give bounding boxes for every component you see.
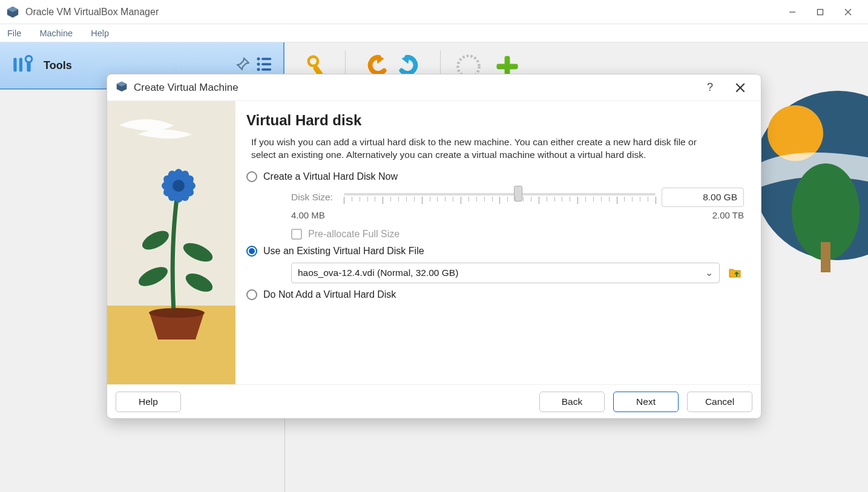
svg-point-12 (257, 63, 260, 66)
svg-point-31 (139, 227, 172, 254)
back-button[interactable]: Back (539, 392, 605, 412)
dialog-heading: Virtual Hard disk (246, 112, 744, 129)
create-vm-dialog: Create Virtual Machine ? (107, 74, 761, 419)
dialog-content: Virtual Hard disk If you wish you can ad… (235, 101, 761, 384)
svg-point-42 (149, 308, 205, 318)
disk-max: 2.00 TB (712, 210, 744, 220)
pin-icon[interactable] (235, 56, 251, 74)
menu-machine[interactable]: Machine (36, 27, 76, 39)
radio-label: Create a Virtual Hard Disk Now (263, 171, 398, 182)
svg-point-16 (309, 57, 318, 66)
radio-use-existing[interactable]: Use an Existing Virtual Hard Disk File (246, 246, 744, 257)
menu-help[interactable]: Help (87, 27, 113, 39)
svg-point-34 (183, 270, 215, 296)
menu-file[interactable]: File (4, 27, 25, 39)
svg-point-32 (180, 239, 215, 265)
svg-rect-11 (261, 57, 271, 60)
minimize-button[interactable] (778, 2, 806, 22)
svg-rect-9 (27, 62, 30, 72)
svg-point-10 (257, 57, 260, 61)
disk-size-value[interactable] (662, 188, 744, 207)
tools-label: Tools (44, 59, 72, 72)
dialog-footer: Help Back Next Cancel (107, 384, 761, 418)
app-icon (6, 5, 19, 19)
svg-rect-15 (261, 68, 271, 71)
list-icon[interactable] (255, 55, 274, 76)
radio-icon (246, 289, 257, 300)
existing-file-value: haos_ova-12.4.vdi (Normal, 32.00 GB) (298, 267, 458, 278)
svg-rect-7 (19, 58, 22, 72)
dialog-title: Create Virtual Machine (134, 82, 238, 94)
help-button[interactable]: Help (116, 392, 181, 412)
svg-point-8 (25, 56, 32, 62)
window-title: Oracle VM VirtualBox Manager (25, 7, 159, 18)
dialog-description: If you wish you can add a virtual hard d… (251, 136, 711, 162)
checkbox-icon (291, 229, 302, 240)
svg-point-33 (136, 263, 170, 290)
dialog-titlebar: Create Virtual Machine ? (107, 74, 761, 101)
svg-rect-3 (818, 9, 823, 15)
tools-icon (10, 51, 35, 79)
svg-rect-26 (821, 242, 830, 272)
menubar: File Machine Help (0, 24, 868, 42)
svg-rect-13 (261, 63, 271, 65)
dialog-side-art (107, 101, 235, 384)
disk-size-slider[interactable] (344, 187, 656, 208)
welcome-art (759, 91, 868, 272)
window-titlebar: Oracle VM VirtualBox Manager (0, 0, 868, 24)
radio-icon (246, 171, 257, 182)
svg-point-41 (173, 180, 185, 192)
preallocate-label: Pre-allocate Full Size (308, 229, 399, 240)
dialog-app-icon (116, 80, 128, 95)
radio-label: Do Not Add a Virtual Hard Disk (263, 289, 396, 300)
dialog-close-icon[interactable] (728, 79, 752, 97)
next-button[interactable]: Next (613, 392, 679, 412)
disk-size-label: Disk Size: (291, 192, 333, 203)
chevron-down-icon: ⌄ (705, 267, 713, 278)
existing-file-combo[interactable]: haos_ova-12.4.vdi (Normal, 32.00 GB) ⌄ (291, 263, 720, 283)
disk-size-block: Disk Size: 4.00 MB 2.00 TB (291, 187, 744, 220)
radio-icon (246, 246, 257, 257)
cancel-button[interactable]: Cancel (687, 392, 752, 412)
maximize-button[interactable] (806, 2, 834, 22)
svg-rect-6 (13, 58, 16, 72)
svg-point-14 (257, 68, 260, 71)
preallocate-row[interactable]: Pre-allocate Full Size (291, 229, 744, 240)
svg-rect-22 (496, 64, 518, 70)
radio-create-now[interactable]: Create a Virtual Hard Disk Now (246, 171, 744, 182)
main-area: Tools Create (0, 42, 868, 492)
disk-min: 4.00 MB (291, 210, 325, 220)
browse-folder-button[interactable] (726, 264, 744, 282)
dialog-help-icon[interactable]: ? (698, 79, 722, 97)
radio-label: Use an Existing Virtual Hard Disk File (263, 246, 424, 257)
existing-file-row: haos_ova-12.4.vdi (Normal, 32.00 GB) ⌄ (291, 263, 744, 283)
radio-do-not-add[interactable]: Do Not Add a Virtual Hard Disk (246, 289, 744, 300)
close-button[interactable] (834, 2, 862, 22)
